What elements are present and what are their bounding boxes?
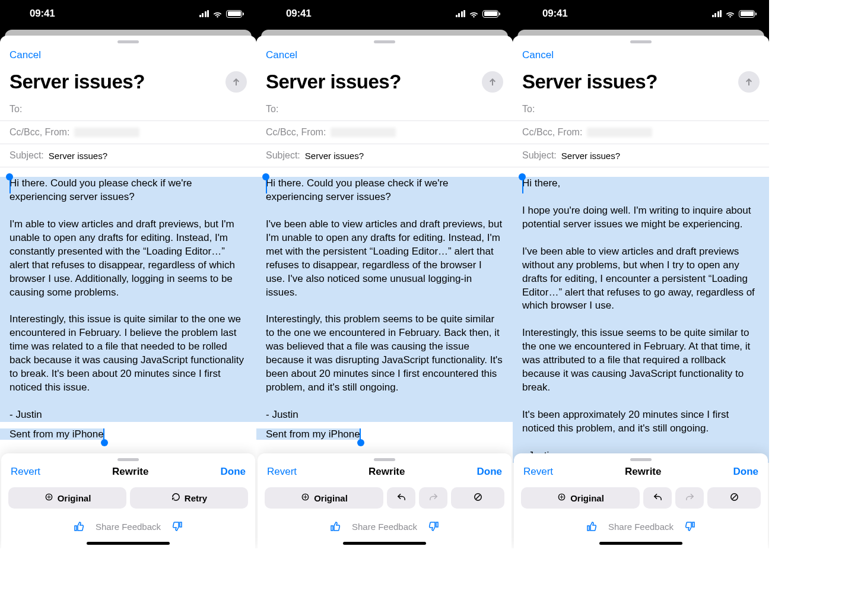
status-time: 09:41	[30, 8, 55, 20]
field-row[interactable]: To:	[256, 98, 513, 121]
share-feedback-label[interactable]: Share Feedback	[96, 522, 161, 532]
status-bar: 09:41	[0, 0, 256, 30]
cancel-button[interactable]: Cancel	[522, 47, 554, 63]
field-row[interactable]: Subject:Server issues?	[256, 144, 513, 167]
original-button[interactable]: Original	[8, 487, 126, 509]
field-label: Subject:	[266, 150, 300, 161]
status-time: 09:41	[286, 8, 311, 20]
phone-pane-1: 09:41 Cancel Server issues? To:Cc/Bcc, F…	[0, 0, 256, 548]
rewrite-toolbar: Original Retry	[1, 487, 255, 509]
send-button[interactable]	[738, 71, 760, 93]
send-button[interactable]	[482, 71, 503, 93]
revert-button[interactable]: Revert	[523, 466, 553, 478]
revert-button[interactable]: Revert	[267, 466, 297, 478]
sheet-grabber[interactable]	[374, 40, 395, 43]
share-feedback-label[interactable]: Share Feedback	[608, 522, 674, 532]
discard-button[interactable]	[707, 487, 761, 509]
phone-pane-3: 09:41 Cancel Server issues? To:Cc/Bcc, F…	[513, 0, 769, 548]
field-label: To:	[9, 104, 22, 115]
signature: Sent from my iPhone	[9, 428, 247, 442]
feedback-row: Share Feedback	[1, 509, 255, 536]
subject-value: Server issues?	[49, 151, 107, 161]
signature: Sent from my iPhone	[266, 428, 503, 442]
rewrite-toolbar: Original	[514, 487, 768, 509]
cancel-button[interactable]: Cancel	[266, 47, 297, 63]
sparkle-icon	[44, 492, 54, 504]
field-row[interactable]: Cc/Bcc, From:	[256, 121, 513, 144]
rewrite-toolbar: Original	[258, 487, 512, 509]
rewrite-title: Rewrite	[369, 466, 405, 478]
status-icons	[456, 10, 499, 18]
field-row[interactable]: Subject:Server issues?	[513, 144, 769, 167]
thumbs-up-button[interactable]	[329, 520, 341, 532]
undo-button[interactable]	[387, 487, 415, 509]
home-indicator[interactable]	[343, 542, 426, 545]
sparkle-icon	[557, 492, 567, 504]
undo-button[interactable]	[643, 487, 672, 509]
wifi-icon	[725, 10, 735, 18]
from-address-redacted	[587, 128, 652, 137]
cancel-button[interactable]: Cancel	[9, 47, 41, 63]
selected-text[interactable]: Hi there. Could you please check if we'r…	[256, 177, 513, 422]
compose-title: Server issues?	[9, 71, 145, 93]
share-feedback-label[interactable]: Share Feedback	[352, 522, 417, 532]
field-row[interactable]: Cc/Bcc, From:	[513, 121, 769, 144]
battery-icon	[739, 10, 755, 18]
discard-button[interactable]	[451, 487, 504, 509]
field-row[interactable]: To:	[0, 98, 256, 121]
done-button[interactable]: Done	[221, 466, 246, 478]
redo-icon	[685, 492, 695, 504]
thumbs-down-button[interactable]	[171, 520, 183, 532]
cellular-icon	[199, 10, 209, 17]
subject-value: Server issues?	[305, 151, 364, 161]
undo-icon	[653, 492, 663, 504]
field-label: Cc/Bcc, From:	[9, 127, 69, 138]
phone-pane-2: 09:41 Cancel Server issues? To:Cc/Bcc, F…	[256, 0, 513, 548]
revert-button[interactable]: Revert	[11, 466, 40, 478]
thumbs-down-button[interactable]	[684, 520, 696, 532]
selection-handle-end[interactable]	[101, 439, 108, 446]
selection-handle-start[interactable]	[262, 173, 269, 180]
from-address-redacted	[74, 128, 139, 137]
status-bar: 09:41	[256, 0, 513, 30]
field-row[interactable]: To:	[513, 98, 769, 121]
selection-handle-end[interactable]	[357, 439, 364, 446]
selected-text[interactable]: Hi there. Could you please check if we'r…	[0, 177, 256, 422]
cellular-icon	[712, 10, 722, 17]
field-row[interactable]: Cc/Bcc, From:	[0, 121, 256, 144]
selection-handle-start[interactable]	[6, 173, 13, 180]
compose-title: Server issues?	[266, 71, 401, 93]
thumbs-up-button[interactable]	[586, 520, 598, 532]
cancel-icon	[729, 492, 739, 504]
done-button[interactable]: Done	[477, 466, 503, 478]
wifi-icon	[212, 10, 223, 18]
home-indicator[interactable]	[87, 542, 170, 545]
field-label: Subject:	[9, 150, 44, 161]
original-button[interactable]: Original	[265, 487, 383, 509]
retry-button[interactable]: Retry	[130, 487, 248, 509]
feedback-row: Share Feedback	[258, 509, 512, 536]
rewrite-title: Rewrite	[112, 466, 148, 478]
sparkle-icon	[300, 492, 310, 504]
field-label: Cc/Bcc, From:	[522, 127, 582, 138]
thumbs-up-button[interactable]	[73, 520, 85, 532]
selected-text[interactable]: Hi there, I hope you're doing well. I'm …	[513, 177, 769, 463]
sheet-grabber[interactable]	[117, 40, 139, 43]
field-row[interactable]: Subject:Server issues?	[0, 144, 256, 167]
selection-handle-start[interactable]	[519, 173, 526, 180]
status-icons	[712, 10, 755, 18]
home-indicator[interactable]	[599, 542, 682, 545]
sheet-grabber[interactable]	[630, 40, 652, 43]
done-button[interactable]: Done	[733, 466, 759, 478]
battery-icon	[226, 10, 242, 18]
redo-button	[675, 487, 704, 509]
wifi-icon	[469, 10, 479, 18]
thumbs-down-button[interactable]	[428, 520, 440, 532]
original-button[interactable]: Original	[521, 487, 640, 509]
rewrite-title: Rewrite	[625, 466, 661, 478]
retry-icon	[171, 492, 181, 504]
status-bar: 09:41	[513, 0, 769, 30]
send-button[interactable]	[225, 71, 247, 93]
redo-button	[419, 487, 447, 509]
rewrite-panel: Revert Rewrite Done Original Retry Share…	[1, 453, 255, 548]
